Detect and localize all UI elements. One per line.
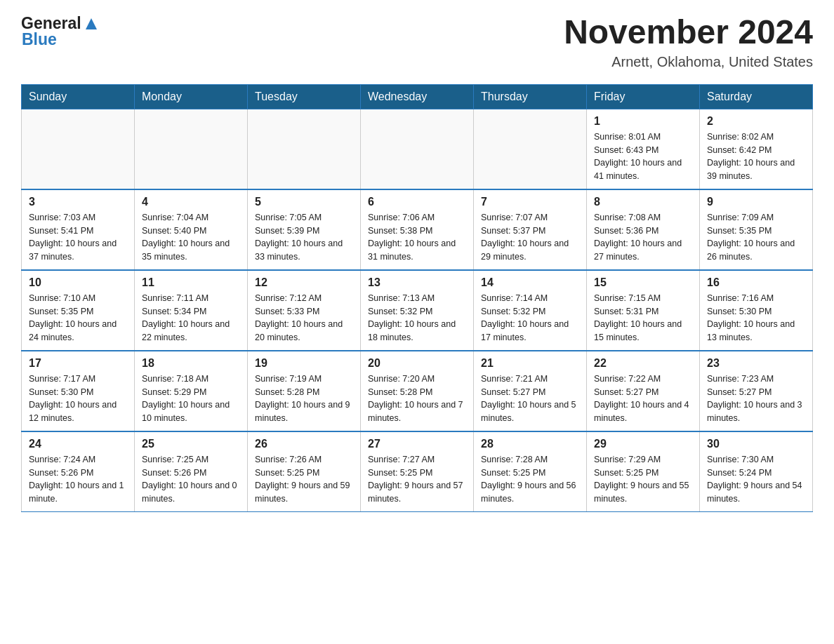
- calendar-cell: 14Sunrise: 7:14 AM Sunset: 5:32 PM Dayli…: [474, 270, 587, 351]
- day-number: 6: [368, 196, 466, 208]
- day-number: 14: [481, 276, 579, 289]
- day-info: Sunrise: 7:10 AM Sunset: 5:35 PM Dayligh…: [29, 292, 127, 344]
- day-number: 1: [594, 115, 692, 128]
- title-block: November 2024 Arnett, Oklahoma, United S…: [564, 14, 813, 70]
- location-text: Arnett, Oklahoma, United States: [564, 54, 813, 70]
- calendar-cell: 21Sunrise: 7:21 AM Sunset: 5:27 PM Dayli…: [474, 351, 587, 431]
- calendar-cell: 1Sunrise: 8:01 AM Sunset: 6:43 PM Daylig…: [587, 109, 700, 189]
- day-number: 7: [481, 196, 579, 208]
- day-info: Sunrise: 7:06 AM Sunset: 5:38 PM Dayligh…: [368, 211, 466, 264]
- calendar-cell: 5Sunrise: 7:05 AM Sunset: 5:39 PM Daylig…: [248, 189, 361, 270]
- calendar-cell: 13Sunrise: 7:13 AM Sunset: 5:32 PM Dayli…: [361, 270, 474, 351]
- day-info: Sunrise: 7:20 AM Sunset: 5:28 PM Dayligh…: [368, 373, 466, 425]
- calendar-cell: 9Sunrise: 7:09 AM Sunset: 5:35 PM Daylig…: [700, 189, 813, 270]
- column-header-wednesday: Wednesday: [361, 84, 474, 109]
- day-info: Sunrise: 7:28 AM Sunset: 5:25 PM Dayligh…: [481, 453, 579, 506]
- day-number: 15: [594, 276, 692, 289]
- logo: General Blue: [21, 14, 98, 49]
- day-number: 22: [594, 357, 692, 370]
- calendar-week-row: 3Sunrise: 7:03 AM Sunset: 5:41 PM Daylig…: [22, 189, 813, 270]
- calendar-cell: 3Sunrise: 7:03 AM Sunset: 5:41 PM Daylig…: [22, 189, 135, 270]
- calendar-cell: 6Sunrise: 7:06 AM Sunset: 5:38 PM Daylig…: [361, 189, 474, 270]
- day-info: Sunrise: 7:15 AM Sunset: 5:31 PM Dayligh…: [594, 292, 692, 344]
- calendar-cell: 10Sunrise: 7:10 AM Sunset: 5:35 PM Dayli…: [22, 270, 135, 351]
- calendar-cell: 23Sunrise: 7:23 AM Sunset: 5:27 PM Dayli…: [700, 351, 813, 431]
- day-number: 23: [707, 357, 805, 370]
- day-number: 21: [481, 357, 579, 370]
- page-header: General Blue November 2024 Arnett, Oklah…: [21, 14, 813, 70]
- day-info: Sunrise: 7:26 AM Sunset: 5:25 PM Dayligh…: [255, 453, 353, 506]
- day-number: 26: [255, 438, 353, 450]
- calendar-cell: 4Sunrise: 7:04 AM Sunset: 5:40 PM Daylig…: [135, 189, 248, 270]
- day-info: Sunrise: 7:11 AM Sunset: 5:34 PM Dayligh…: [142, 292, 240, 344]
- day-info: Sunrise: 7:04 AM Sunset: 5:40 PM Dayligh…: [142, 211, 240, 264]
- day-info: Sunrise: 7:12 AM Sunset: 5:33 PM Dayligh…: [255, 292, 353, 344]
- day-number: 19: [255, 357, 353, 370]
- day-number: 20: [368, 357, 466, 370]
- month-title: November 2024: [564, 14, 813, 51]
- calendar-cell: 29Sunrise: 7:29 AM Sunset: 5:25 PM Dayli…: [587, 431, 700, 512]
- column-header-sunday: Sunday: [22, 84, 135, 109]
- calendar-cell: 24Sunrise: 7:24 AM Sunset: 5:26 PM Dayli…: [22, 431, 135, 512]
- logo-arrow-icon: [84, 17, 98, 34]
- day-number: 28: [481, 438, 579, 450]
- column-header-thursday: Thursday: [474, 84, 587, 109]
- calendar-cell: 22Sunrise: 7:22 AM Sunset: 5:27 PM Dayli…: [587, 351, 700, 431]
- calendar-header-row: SundayMondayTuesdayWednesdayThursdayFrid…: [22, 84, 813, 109]
- calendar-cell: 28Sunrise: 7:28 AM Sunset: 5:25 PM Dayli…: [474, 431, 587, 512]
- calendar-cell: 2Sunrise: 8:02 AM Sunset: 6:42 PM Daylig…: [700, 109, 813, 189]
- day-number: 4: [142, 196, 240, 208]
- day-number: 2: [707, 115, 805, 128]
- day-number: 29: [594, 438, 692, 450]
- day-info: Sunrise: 7:13 AM Sunset: 5:32 PM Dayligh…: [368, 292, 466, 344]
- calendar-cell: [361, 109, 474, 189]
- calendar-cell: 19Sunrise: 7:19 AM Sunset: 5:28 PM Dayli…: [248, 351, 361, 431]
- calendar-week-row: 10Sunrise: 7:10 AM Sunset: 5:35 PM Dayli…: [22, 270, 813, 351]
- day-number: 13: [368, 276, 466, 289]
- day-info: Sunrise: 7:24 AM Sunset: 5:26 PM Dayligh…: [29, 453, 127, 506]
- calendar-table: SundayMondayTuesdayWednesdayThursdayFrid…: [21, 84, 813, 512]
- day-info: Sunrise: 7:25 AM Sunset: 5:26 PM Dayligh…: [142, 453, 240, 506]
- day-number: 16: [707, 276, 805, 289]
- column-header-friday: Friday: [587, 84, 700, 109]
- calendar-cell: 8Sunrise: 7:08 AM Sunset: 5:36 PM Daylig…: [587, 189, 700, 270]
- day-number: 12: [255, 276, 353, 289]
- day-info: Sunrise: 7:03 AM Sunset: 5:41 PM Dayligh…: [29, 211, 127, 264]
- calendar-cell: 17Sunrise: 7:17 AM Sunset: 5:30 PM Dayli…: [22, 351, 135, 431]
- day-number: 27: [368, 438, 466, 450]
- day-info: Sunrise: 7:29 AM Sunset: 5:25 PM Dayligh…: [594, 453, 692, 506]
- day-number: 8: [594, 196, 692, 208]
- calendar-cell: 12Sunrise: 7:12 AM Sunset: 5:33 PM Dayli…: [248, 270, 361, 351]
- calendar-cell: 26Sunrise: 7:26 AM Sunset: 5:25 PM Dayli…: [248, 431, 361, 512]
- calendar-cell: 18Sunrise: 7:18 AM Sunset: 5:29 PM Dayli…: [135, 351, 248, 431]
- day-info: Sunrise: 7:05 AM Sunset: 5:39 PM Dayligh…: [255, 211, 353, 264]
- day-number: 10: [29, 276, 127, 289]
- calendar-cell: 30Sunrise: 7:30 AM Sunset: 5:24 PM Dayli…: [700, 431, 813, 512]
- svg-marker-0: [86, 18, 97, 29]
- day-info: Sunrise: 8:02 AM Sunset: 6:42 PM Dayligh…: [707, 130, 805, 183]
- day-info: Sunrise: 7:23 AM Sunset: 5:27 PM Dayligh…: [707, 373, 805, 425]
- day-info: Sunrise: 7:08 AM Sunset: 5:36 PM Dayligh…: [594, 211, 692, 264]
- calendar-cell: 15Sunrise: 7:15 AM Sunset: 5:31 PM Dayli…: [587, 270, 700, 351]
- calendar-cell: [135, 109, 248, 189]
- day-info: Sunrise: 7:19 AM Sunset: 5:28 PM Dayligh…: [255, 373, 353, 425]
- day-number: 17: [29, 357, 127, 370]
- day-number: 5: [255, 196, 353, 208]
- calendar-week-row: 17Sunrise: 7:17 AM Sunset: 5:30 PM Dayli…: [22, 351, 813, 431]
- calendar-cell: [22, 109, 135, 189]
- day-info: Sunrise: 7:09 AM Sunset: 5:35 PM Dayligh…: [707, 211, 805, 264]
- calendar-cell: 25Sunrise: 7:25 AM Sunset: 5:26 PM Dayli…: [135, 431, 248, 512]
- day-info: Sunrise: 7:14 AM Sunset: 5:32 PM Dayligh…: [481, 292, 579, 344]
- day-info: Sunrise: 7:17 AM Sunset: 5:30 PM Dayligh…: [29, 373, 127, 425]
- day-info: Sunrise: 7:16 AM Sunset: 5:30 PM Dayligh…: [707, 292, 805, 344]
- calendar-cell: 16Sunrise: 7:16 AM Sunset: 5:30 PM Dayli…: [700, 270, 813, 351]
- calendar-cell: [248, 109, 361, 189]
- day-number: 18: [142, 357, 240, 370]
- calendar-week-row: 1Sunrise: 8:01 AM Sunset: 6:43 PM Daylig…: [22, 109, 813, 189]
- day-info: Sunrise: 7:21 AM Sunset: 5:27 PM Dayligh…: [481, 373, 579, 425]
- day-number: 24: [29, 438, 127, 450]
- day-number: 30: [707, 438, 805, 450]
- day-info: Sunrise: 8:01 AM Sunset: 6:43 PM Dayligh…: [594, 130, 692, 183]
- day-number: 9: [707, 196, 805, 208]
- column-header-saturday: Saturday: [700, 84, 813, 109]
